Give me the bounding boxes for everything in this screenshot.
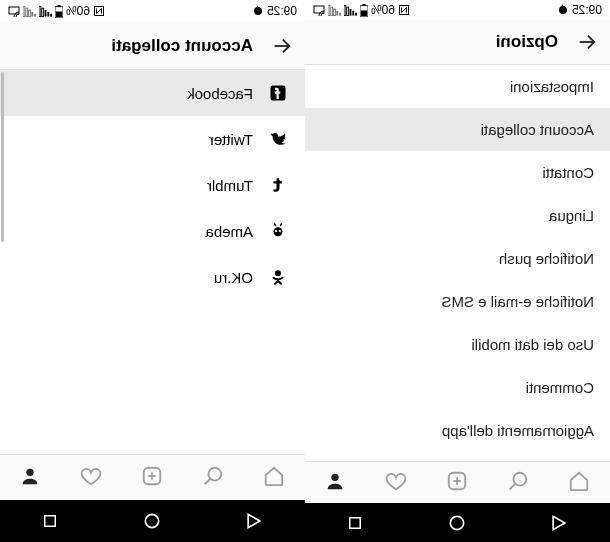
option-commenti[interactable]: Commenti bbox=[305, 366, 610, 409]
option-label: Notifiche e-mail e SMS bbox=[441, 293, 594, 310]
signal-icon bbox=[344, 4, 357, 16]
svg-rect-33 bbox=[39, 6, 41, 16]
nav-activity-icon[interactable] bbox=[81, 465, 103, 491]
svg-rect-11 bbox=[334, 9, 336, 16]
option-label: Aggiornamenti dell'app bbox=[442, 422, 594, 439]
svg-rect-34 bbox=[34, 14, 36, 17]
svg-rect-3 bbox=[361, 10, 367, 16]
battery-pct: 60% bbox=[66, 4, 90, 18]
option-account-collegati[interactable]: Account collegati bbox=[305, 108, 610, 151]
nav-profile-icon[interactable] bbox=[325, 470, 347, 496]
system-nav bbox=[0, 500, 305, 542]
battery-pct: 60% bbox=[371, 3, 395, 17]
cast-icon bbox=[313, 4, 325, 16]
sys-recent-icon[interactable] bbox=[346, 514, 364, 532]
svg-rect-14 bbox=[314, 6, 324, 13]
svg-point-44 bbox=[275, 230, 277, 232]
svg-point-42 bbox=[274, 227, 283, 236]
nav-home-icon[interactable] bbox=[569, 470, 591, 496]
account-label: Tumblr bbox=[207, 177, 253, 194]
nav-search-icon[interactable] bbox=[203, 465, 225, 491]
option-contatti[interactable]: Contatti bbox=[305, 151, 610, 194]
option-label: Account collegati bbox=[481, 121, 594, 138]
accounts-header: Account collegati bbox=[0, 22, 305, 70]
svg-rect-4 bbox=[355, 13, 357, 16]
cast-icon bbox=[8, 5, 20, 17]
svg-rect-28 bbox=[56, 11, 62, 17]
svg-rect-5 bbox=[352, 11, 354, 16]
svg-point-16 bbox=[514, 472, 527, 485]
linked-accounts-list: Facebook Twitter Tumblr Ameba OK.ru bbox=[0, 70, 305, 454]
nav-home-icon[interactable] bbox=[264, 465, 286, 491]
svg-rect-32 bbox=[42, 8, 44, 16]
options-pane: 09:25 60% Opzioni Impostazioni Account c… bbox=[305, 0, 610, 542]
system-nav bbox=[305, 503, 610, 542]
ameba-icon bbox=[267, 222, 289, 240]
nav-add-icon[interactable] bbox=[447, 470, 469, 496]
sys-recent-icon[interactable] bbox=[41, 512, 59, 530]
option-label: Contatti bbox=[542, 164, 594, 181]
status-time: 09:25 bbox=[267, 4, 297, 18]
option-uso-dati-mobili[interactable]: Uso dei dati mobili bbox=[305, 323, 610, 366]
option-label: Uso dei dati mobili bbox=[471, 336, 594, 353]
svg-point-43 bbox=[279, 230, 281, 232]
svg-rect-6 bbox=[350, 9, 352, 16]
option-notifiche-push[interactable]: Notifiche push bbox=[305, 237, 610, 280]
bottom-nav bbox=[0, 454, 305, 500]
back-icon[interactable] bbox=[576, 31, 598, 53]
svg-rect-35 bbox=[31, 12, 33, 17]
sys-home-icon[interactable] bbox=[447, 513, 467, 533]
svg-rect-13 bbox=[328, 5, 330, 15]
svg-point-53 bbox=[145, 514, 158, 527]
option-impostazioni[interactable]: Impostazioni bbox=[305, 65, 610, 108]
accounts-title: Account collegati bbox=[111, 36, 253, 56]
svg-rect-24 bbox=[350, 517, 361, 528]
svg-rect-8 bbox=[344, 5, 346, 15]
nav-activity-icon[interactable] bbox=[386, 470, 408, 496]
account-twitter[interactable]: Twitter bbox=[0, 116, 305, 162]
sys-home-icon[interactable] bbox=[142, 511, 162, 531]
signal-icon bbox=[39, 5, 52, 17]
svg-rect-39 bbox=[9, 7, 19, 14]
account-tumblr[interactable]: Tumblr bbox=[0, 162, 305, 208]
svg-marker-22 bbox=[553, 516, 565, 529]
svg-line-47 bbox=[205, 478, 211, 484]
status-time: 09:25 bbox=[572, 3, 602, 17]
facebook-icon bbox=[267, 84, 289, 102]
signal2-icon bbox=[328, 4, 341, 16]
account-ameba[interactable]: Ameba bbox=[0, 208, 305, 254]
nfc-icon bbox=[93, 5, 105, 17]
option-qualita-caricamento[interactable]: Qualità del caricamento bbox=[305, 452, 610, 461]
option-label: Commenti bbox=[526, 379, 594, 396]
scrollbar-thumb[interactable] bbox=[1, 72, 4, 242]
nav-search-icon[interactable] bbox=[508, 470, 530, 496]
account-okru[interactable]: OK.ru bbox=[0, 254, 305, 300]
option-label: Lingua bbox=[549, 207, 594, 224]
sys-back-icon[interactable] bbox=[549, 513, 569, 533]
status-bar: 09:25 60% bbox=[0, 0, 305, 22]
back-icon[interactable] bbox=[271, 35, 293, 57]
bottom-nav bbox=[305, 461, 610, 503]
svg-line-17 bbox=[510, 483, 516, 489]
option-lingua[interactable]: Lingua bbox=[305, 194, 610, 237]
linked-accounts-pane: 09:25 60% Account collegati Facebook Twi… bbox=[0, 0, 305, 542]
svg-rect-12 bbox=[331, 7, 333, 15]
option-label: Notifiche push bbox=[499, 250, 594, 267]
svg-rect-37 bbox=[26, 8, 28, 16]
tumblr-icon bbox=[267, 176, 289, 194]
account-label: Facebook bbox=[187, 85, 253, 102]
option-notifiche-email-sms[interactable]: Notifiche e-mail e SMS bbox=[305, 280, 610, 323]
svg-point-51 bbox=[27, 468, 34, 475]
battery-icon bbox=[360, 4, 368, 17]
svg-point-21 bbox=[332, 473, 339, 480]
account-facebook[interactable]: Facebook bbox=[0, 70, 305, 116]
okru-icon bbox=[267, 268, 289, 286]
nav-add-icon[interactable] bbox=[142, 465, 164, 491]
option-aggiornamenti-app[interactable]: Aggiornamenti dell'app bbox=[305, 409, 610, 452]
sys-back-icon[interactable] bbox=[244, 511, 264, 531]
nav-profile-icon[interactable] bbox=[20, 465, 42, 491]
svg-point-45 bbox=[275, 270, 281, 276]
account-label: Ameba bbox=[205, 223, 253, 240]
signal2-icon bbox=[23, 5, 36, 17]
svg-rect-9 bbox=[339, 13, 341, 16]
